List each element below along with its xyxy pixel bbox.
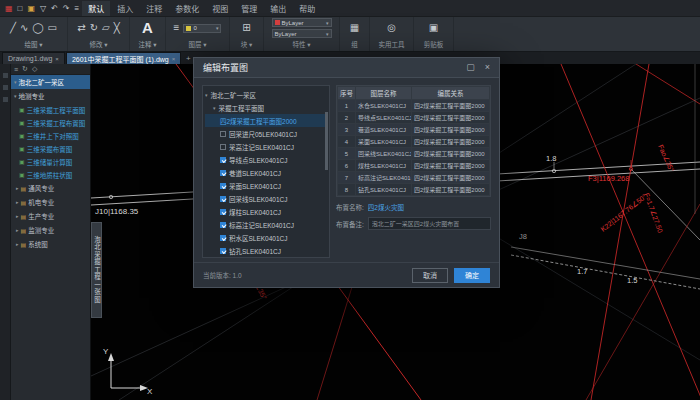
palette-item-mining-plan[interactable]: ▣ 三维采掘工程平面图 bbox=[11, 103, 90, 116]
layer-checkbox[interactable] bbox=[220, 209, 226, 215]
table-row[interactable]: 5回采线SLEK0401CJ四2煤采掘工程平面图2000 bbox=[338, 148, 490, 160]
panel-label-annotation[interactable]: 注释 ▾ bbox=[134, 38, 161, 51]
tree-layer-row[interactable]: 巷道SLEK0401CJ bbox=[205, 166, 327, 179]
panel-label-block[interactable]: 块 ▾ bbox=[234, 38, 259, 51]
tree-layer-row[interactable]: 标高注记SLEK0401CJ bbox=[205, 218, 327, 231]
tree-scrollbar[interactable] bbox=[325, 112, 328, 170]
caret-right-icon[interactable]: ▸ bbox=[16, 199, 19, 205]
tree-layer-row[interactable]: 采高注记SLEK0401CJ bbox=[205, 140, 327, 153]
filter-icon[interactable]: ◇ bbox=[32, 65, 37, 73]
table-row[interactable]: 4采面SLEK0401CJ四2煤采掘工程平面图2000 bbox=[338, 136, 490, 148]
tree-layer-row[interactable]: 积水区SLEK0401CJ bbox=[205, 231, 327, 244]
linetype-dropdown[interactable]: ByLayer ▾ bbox=[272, 29, 332, 38]
palette-root-node[interactable]: ▾ 泡北二矿一采区 bbox=[11, 75, 90, 89]
ribbon-tab-help[interactable]: 帮助 bbox=[293, 1, 321, 16]
maximize-icon[interactable]: ▢ bbox=[466, 63, 475, 72]
palette-item-geology-column[interactable]: ▣ 三维地质柱状图 bbox=[11, 168, 90, 181]
ribbon-tab-output[interactable]: 输出 bbox=[264, 1, 292, 16]
new-file-icon[interactable]: □ bbox=[16, 4, 25, 13]
circle-icon[interactable]: ◯ bbox=[32, 23, 43, 33]
palette-item-mining-layout[interactable]: ▣ 三维采掘工程布置图 bbox=[11, 116, 90, 129]
undo-icon[interactable]: ↶ bbox=[49, 4, 60, 13]
layout-note-input[interactable] bbox=[368, 217, 491, 230]
tool-dot-icon[interactable] bbox=[3, 73, 8, 78]
tree-selected-map[interactable]: 四2煤采掘工程平面图2000 bbox=[205, 114, 327, 127]
table-row[interactable]: 8钻孔SLEK0401CJ四2煤采掘工程平面图2000 bbox=[338, 184, 490, 196]
palette-group-system[interactable]: ▸ ▤ 系统图 bbox=[11, 237, 90, 251]
ribbon-tab-annotate[interactable]: 注释 bbox=[140, 1, 168, 16]
tree-layer-row[interactable]: 煤柱SLEK0401CJ bbox=[205, 205, 327, 218]
line-icon[interactable]: ╱ bbox=[10, 23, 16, 33]
palette-item-surface-contrast[interactable]: ▣ 三维井上下对照图 bbox=[11, 129, 90, 142]
palette-group-electromechanical[interactable]: ▸ ▤ 机电专业 bbox=[11, 195, 90, 209]
palette-group-monitoring[interactable]: ▸ ▤ 监测专业 bbox=[11, 223, 90, 237]
polyline-icon[interactable]: ∿ bbox=[20, 23, 28, 33]
layer-checkbox[interactable] bbox=[220, 196, 226, 202]
palette-item-layout-map[interactable]: ▣ 三维采掘布置图 bbox=[11, 142, 90, 155]
close-icon[interactable]: × bbox=[172, 56, 176, 62]
panel-label-properties[interactable]: 特性 ▾ bbox=[268, 38, 335, 51]
open-folder-icon[interactable]: ▣ bbox=[25, 4, 37, 13]
tree-layer-row[interactable]: 回采线SLEK0401CJ bbox=[205, 192, 327, 205]
layer-checkbox[interactable] bbox=[220, 170, 226, 176]
table-row[interactable]: 6煤柱SLEK0401CJ四2煤采掘工程平面图2000 bbox=[338, 160, 490, 172]
caret-down-icon[interactable]: ▾ bbox=[14, 93, 17, 99]
table-row[interactable]: 7标高注记SLEK0401CJ四2煤采掘工程平面图2000 bbox=[338, 172, 490, 184]
panel-label-modify[interactable]: 修改 ▾ bbox=[72, 38, 125, 51]
table-row[interactable]: 1水仓SLEK0401CJ四2煤采掘工程平面图2000 bbox=[338, 100, 490, 112]
layer-checkbox[interactable] bbox=[220, 183, 226, 189]
table-row[interactable]: 2导线点SLEK0401CJ四2煤采掘工程平面图2000 bbox=[338, 112, 490, 124]
cancel-button[interactable]: 取消 bbox=[412, 268, 448, 283]
file-tab-active-drawing[interactable]: 2601中采掘工程平面图 (1).dwg × bbox=[66, 52, 181, 64]
ribbon-tab-view[interactable]: 视图 bbox=[206, 1, 234, 16]
palette-side-tab[interactable]: 泡北采掘工程一张图 bbox=[91, 222, 102, 318]
layer-checkbox[interactable] bbox=[220, 222, 226, 228]
layer-checkbox[interactable] bbox=[220, 144, 226, 150]
ok-button[interactable]: 确定 bbox=[454, 268, 490, 283]
table-row[interactable]: 3巷道SLEK0401CJ四2煤采掘工程平面图2000 bbox=[338, 124, 490, 136]
palette-item-reserve-calc[interactable]: ▣ 三维储量计算图 bbox=[11, 155, 90, 168]
caret-right-icon[interactable]: ▸ bbox=[16, 185, 19, 191]
layout-name-value[interactable]: 四2煤火灾图 bbox=[368, 202, 404, 212]
palette-group-ventilation[interactable]: ▸ ▤ 通风专业 bbox=[11, 181, 90, 195]
tree-parent[interactable]: ▾ 采掘工程平面图 bbox=[205, 101, 327, 114]
tool-dot-icon[interactable] bbox=[3, 85, 8, 90]
app-menu-icon[interactable]: ▦ bbox=[3, 4, 15, 13]
mirror-icon[interactable]: ⇄ bbox=[77, 23, 85, 33]
clipboard-icon[interactable]: ▣ bbox=[429, 23, 438, 33]
measure-icon[interactable]: ◎ bbox=[387, 23, 396, 33]
file-tab-drawing1[interactable]: Drawing1.dwg × bbox=[2, 52, 65, 64]
menu-icon[interactable]: ≡ bbox=[14, 66, 18, 73]
layer-checkbox[interactable] bbox=[220, 157, 226, 163]
panel-label-groups[interactable]: 组 bbox=[344, 38, 365, 51]
caret-down-icon[interactable]: ▾ bbox=[14, 79, 17, 85]
save-icon[interactable]: ▽ bbox=[38, 4, 48, 13]
rotate-icon[interactable]: ↻ bbox=[90, 23, 98, 33]
layer-checkbox[interactable] bbox=[220, 131, 226, 137]
tree-root[interactable]: ▾ 泡北二矿一采区 bbox=[205, 88, 327, 101]
text-icon[interactable]: A bbox=[142, 23, 153, 33]
panel-label-clipboard[interactable]: 剪贴板 bbox=[418, 38, 449, 51]
object-color-dropdown[interactable]: ByLayer ▾ bbox=[272, 18, 332, 27]
group-icon[interactable]: ▦ bbox=[350, 23, 359, 33]
rectangle-icon[interactable]: ▭ bbox=[48, 23, 57, 33]
panel-label-draw[interactable]: 绘图 ▾ bbox=[4, 38, 63, 51]
palette-group-production[interactable]: ▸ ▤ 生产专业 bbox=[11, 209, 90, 223]
block-icon[interactable]: ⊞ bbox=[242, 23, 250, 33]
erase-icon[interactable]: ╳ bbox=[114, 23, 120, 33]
refresh-icon[interactable]: ↻ bbox=[22, 65, 28, 73]
caret-down-icon[interactable]: ▾ bbox=[205, 92, 208, 98]
caret-right-icon[interactable]: ▸ bbox=[16, 213, 19, 219]
layer-dropdown[interactable]: 0 ▾ bbox=[183, 24, 221, 33]
tool-dot-icon[interactable] bbox=[3, 97, 8, 102]
tree-layer-row[interactable]: 导线点SLEK0401CJ bbox=[205, 153, 327, 166]
panel-label-utilities[interactable]: 实用工具 bbox=[374, 38, 409, 51]
ribbon-tab-home[interactable]: 默认 bbox=[82, 1, 110, 16]
ribbon-tab-manage[interactable]: 管理 bbox=[235, 1, 263, 16]
redo-icon[interactable]: ↷ bbox=[61, 4, 72, 13]
ribbon-tab-parametric[interactable]: 参数化 bbox=[169, 1, 205, 16]
copy-icon[interactable]: ▱ bbox=[102, 23, 110, 33]
dialog-titlebar[interactable]: 编辑布置图 ▢ × bbox=[194, 58, 499, 78]
close-icon[interactable]: × bbox=[55, 56, 59, 62]
close-icon[interactable]: × bbox=[485, 63, 490, 72]
